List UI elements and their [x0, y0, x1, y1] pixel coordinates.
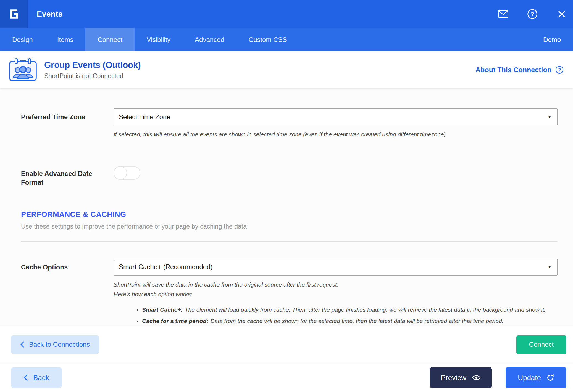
close-icon[interactable] [556, 9, 567, 19]
bullet-term: Smart Cache+: [142, 306, 183, 313]
window-title: Events [37, 10, 63, 18]
footer-right-actions: Preview Update [430, 367, 566, 388]
chevron-left-icon [20, 341, 24, 348]
preferred-time-zone-help: If selected, this will ensure all the ev… [114, 130, 558, 139]
tab-design[interactable]: Design [0, 28, 45, 51]
back-label: Back [33, 374, 49, 382]
preferred-time-zone-field: Select Time Zone ▼ If selected, this wil… [114, 108, 558, 139]
advanced-date-format-row: Enable Advanced Date Format [21, 165, 558, 187]
demo-label[interactable]: Demo [531, 28, 573, 51]
tab-connect[interactable]: Connect [85, 28, 134, 51]
cache-options-bullet-list: Smart Cache+:The element will load quick… [114, 306, 558, 325]
title-bar: Events ? [0, 0, 573, 28]
cache-options-field: Smart Cache+ (Recommended) ▼ ShortPoint … [114, 259, 558, 326]
preferred-time-zone-select[interactable]: Select Time Zone ▼ [114, 108, 558, 125]
back-to-connections-button[interactable]: Back to Connections [11, 335, 99, 354]
about-this-connection-label: About This Connection [475, 66, 551, 74]
about-this-connection-link[interactable]: About This Connection ? [475, 66, 564, 74]
update-button[interactable]: Update [506, 367, 566, 388]
connection-title: Group Events (Outlook) [44, 60, 141, 70]
connect-button[interactable]: Connect [516, 335, 566, 354]
advanced-date-format-toggle[interactable] [114, 166, 140, 180]
cache-options-select[interactable]: Smart Cache+ (Recommended) ▼ [114, 259, 558, 276]
title-bar-actions: ? [498, 9, 567, 19]
preferred-time-zone-label: Preferred Time Zone [21, 108, 114, 139]
preferred-time-zone-row: Preferred Time Zone Select Time Zone ▼ I… [21, 108, 558, 139]
chevron-left-icon [24, 374, 28, 381]
back-to-connections-label: Back to Connections [29, 341, 90, 348]
toggle-knob [114, 166, 127, 180]
group-events-icon [9, 58, 37, 82]
advanced-date-format-field [114, 165, 558, 187]
bullet-text: Data from the cache will be shown for th… [210, 318, 503, 324]
tab-custom-css[interactable]: Custom CSS [236, 28, 299, 51]
connection-action-bar: Back to Connections Connect [0, 326, 573, 363]
refresh-icon [546, 374, 554, 382]
connection-header: Group Events (Outlook) ShortPoint is not… [0, 51, 573, 88]
svg-text:?: ? [531, 11, 534, 17]
cache-options-help-1: ShortPoint will save the data in the cac… [114, 280, 558, 289]
section-divider [21, 241, 558, 242]
eye-icon [472, 375, 481, 381]
preferred-time-zone-value: Select Time Zone [119, 113, 170, 121]
back-button[interactable]: Back [11, 367, 62, 388]
connect-settings-content: Preferred Time Zone Select Time Zone ▼ I… [0, 88, 573, 326]
dialog-footer-bar: Back Preview Update [0, 363, 573, 392]
shortpoint-logo-icon [7, 7, 22, 22]
svg-text:?: ? [558, 67, 561, 73]
help-icon[interactable]: ? [527, 9, 538, 19]
about-help-icon: ? [555, 66, 564, 74]
connection-status: ShortPoint is not Connected [44, 72, 141, 80]
advanced-date-format-label: Enable Advanced Date Format [21, 165, 114, 187]
preview-label: Preview [441, 374, 466, 382]
cache-option-bullet-time-period: Cache for a time period:Data from the ca… [142, 317, 558, 325]
shortpoint-logo [0, 0, 28, 28]
performance-caching-subtitle: Use these settings to improve the perfor… [21, 223, 558, 230]
tab-visibility[interactable]: Visibility [135, 28, 183, 51]
performance-caching-heading: PERFORMANCE & CACHING [21, 210, 558, 219]
preview-button[interactable]: Preview [430, 367, 492, 388]
cache-options-label: Cache Options [21, 259, 114, 326]
tab-advanced[interactable]: Advanced [183, 28, 236, 51]
connect-label: Connect [529, 341, 554, 348]
cache-options-value: Smart Cache+ (Recommended) [119, 263, 212, 271]
tab-items[interactable]: Items [45, 28, 86, 51]
events-settings-window: Events ? Design Items Connect Visibility… [0, 0, 573, 392]
update-label: Update [518, 374, 541, 382]
cache-option-bullet-smart-cache: Smart Cache+:The element will load quick… [142, 306, 558, 314]
connection-header-text: Group Events (Outlook) ShortPoint is not… [44, 60, 141, 80]
bullet-text: The element will load quickly from cache… [185, 306, 546, 313]
mail-icon[interactable] [498, 9, 508, 19]
cache-options-row: Cache Options Smart Cache+ (Recommended)… [21, 259, 558, 326]
cache-options-help-2: Here's how each option works: [114, 290, 558, 298]
dropdown-caret-icon: ▼ [547, 115, 552, 120]
dropdown-caret-icon: ▼ [547, 264, 552, 269]
settings-tab-bar: Design Items Connect Visibility Advanced… [0, 28, 573, 51]
bullet-term: Cache for a time period: [142, 318, 208, 324]
